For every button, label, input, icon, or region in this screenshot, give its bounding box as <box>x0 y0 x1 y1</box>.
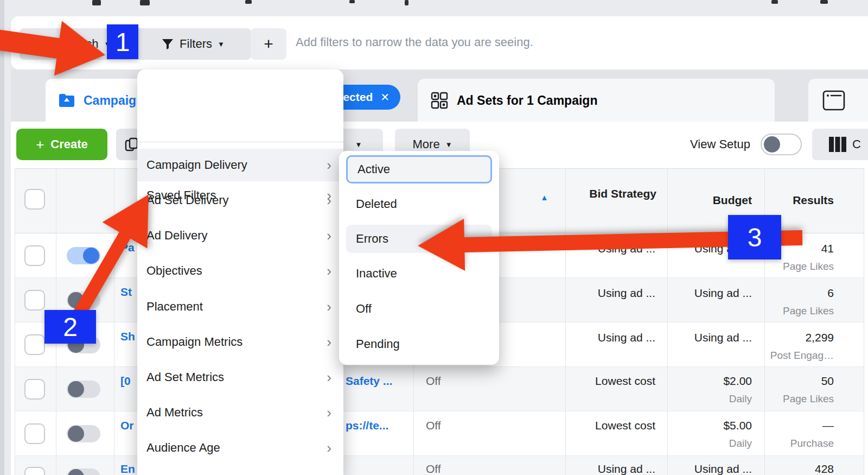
bid-strategy-cell: Using ad ... <box>565 463 655 475</box>
window-edge <box>0 0 4 475</box>
row-toggle[interactable] <box>67 425 100 442</box>
results-sub: Page Likes <box>748 393 834 405</box>
budget-cell: Using ad ... <box>667 287 752 300</box>
menu-item-ad-set-delivery[interactable]: Ad Set Delivery › <box>137 184 343 217</box>
select-all-checkbox[interactable] <box>24 189 45 210</box>
header-results[interactable]: Results <box>764 193 834 207</box>
grid-line <box>114 168 114 475</box>
menu-item-objectives[interactable]: Objectives › <box>137 255 343 287</box>
view-setup-toggle[interactable] <box>761 134 802 155</box>
adset-name-link[interactable]: [0 <box>120 375 131 388</box>
menu-item-label: Ad Delivery <box>146 229 327 243</box>
chevron-down-icon: ▼ <box>445 141 452 149</box>
filters-label: Filters <box>180 37 212 51</box>
chevron-right-icon: › <box>327 440 331 457</box>
row-checkbox[interactable] <box>24 245 45 266</box>
results-cell: — <box>764 419 834 432</box>
results-cell: 2,299 <box>764 331 834 344</box>
view-setup-label: View Setup <box>690 137 750 151</box>
submenu-item-inactive[interactable]: Inactive <box>346 259 492 288</box>
campaigns-folder-icon <box>59 93 75 107</box>
ads-panel-icon <box>821 88 846 113</box>
row-toggle[interactable] <box>67 247 100 264</box>
adset-name-link-end[interactable]: Safety ... <box>346 375 392 388</box>
adset-name-link[interactable]: Sh <box>120 330 135 343</box>
submenu-item-label: Errors <box>356 232 388 246</box>
menu-item-ad-set-metrics[interactable]: Ad Set Metrics › <box>137 361 343 394</box>
submenu-item-off[interactable]: Off <box>346 295 492 323</box>
grid-line <box>15 168 15 475</box>
adset-name-link[interactable]: Or <box>120 419 134 432</box>
toggle-knob <box>764 136 780 153</box>
chevron-right-icon: › <box>327 227 331 244</box>
row-toggle[interactable] <box>67 381 100 398</box>
chevron-down-icon: ▼ <box>218 40 225 48</box>
menu-item-label: Ad Set Metrics <box>146 370 327 384</box>
chevron-right-icon: › <box>327 369 331 386</box>
columns-button-fragment[interactable]: C <box>812 129 868 160</box>
filter-placeholder-text: Add filters to narrow the data you are s… <box>296 35 533 49</box>
cropped-title-fragment <box>140 0 150 5</box>
menu-item-ad-delivery[interactable]: Ad Delivery › <box>137 219 343 252</box>
submenu-item-active[interactable]: Active <box>346 155 492 183</box>
adset-name-link[interactable]: St <box>120 286 132 299</box>
search-label: Search <box>61 37 99 51</box>
cropped-title-fragment <box>771 0 778 4</box>
budget-sub: Daily <box>667 438 752 449</box>
row-checkbox[interactable] <box>24 334 45 355</box>
submenu-item-pending[interactable]: Pending <box>346 330 492 358</box>
results-cell: 428 <box>764 463 834 475</box>
row-checkbox[interactable] <box>24 423 45 444</box>
row-toggle[interactable] <box>67 468 100 475</box>
submenu-item-errors[interactable]: Errors <box>346 225 492 253</box>
budget-cell: $2.00 <box>667 375 752 388</box>
columns-icon <box>828 136 847 153</box>
ads-manager-screen: Search ▼ Filters ▼ + Add filters to narr… <box>0 0 868 475</box>
columns-label: C <box>852 137 861 151</box>
step-badge-3: 3 <box>728 215 781 259</box>
budget-cell: Using ad ... <box>667 463 752 475</box>
menu-item-audience-age[interactable]: Audience Age › <box>137 432 343 464</box>
menu-item-campaign-delivery[interactable]: Campaign Delivery › <box>137 149 343 181</box>
close-icon[interactable]: ✕ <box>380 91 390 104</box>
adset-name-link[interactable]: En <box>120 463 135 475</box>
header-budget[interactable]: Budget <box>667 193 752 207</box>
plus-icon: + <box>36 136 44 153</box>
header-bid-strategy[interactable]: Bid Strategy <box>565 187 656 201</box>
plus-icon: + <box>264 35 273 53</box>
search-icon <box>42 37 55 50</box>
funnel-icon <box>161 37 174 50</box>
tab-ad-sets-label: Ad Sets for 1 Campaign <box>457 93 597 108</box>
tab-ad-sets[interactable]: Ad Sets for 1 Campaign <box>418 79 775 122</box>
menu-item-campaign-metrics[interactable]: Campaign Metrics › <box>137 326 343 358</box>
submenu-item-label: Pending <box>356 337 400 351</box>
create-button[interactable]: + Create <box>16 129 107 160</box>
step-badge-2: 2 <box>44 310 96 344</box>
submenu-item-label: Active <box>358 162 390 176</box>
menu-item-label: Ad Metrics <box>146 406 327 420</box>
row-checkbox[interactable] <box>24 379 45 400</box>
bid-strategy-cell: Lowest cost <box>565 375 655 388</box>
menu-item-placement[interactable]: Placement › <box>137 290 343 323</box>
sort-asc-icon[interactable]: ▲ <box>540 193 548 202</box>
filters-button[interactable]: Filters ▼ <box>135 28 251 60</box>
cropped-title-fragment <box>92 0 101 5</box>
row-checkbox[interactable] <box>24 467 45 475</box>
bid-strategy-cell: Lowest cost <box>565 419 655 432</box>
add-filter-button[interactable]: + <box>251 28 286 60</box>
adset-name-link[interactable]: Pa <box>120 241 135 254</box>
budget-cell: Using ad ... <box>667 331 752 344</box>
badge-number: 2 <box>63 312 78 342</box>
bid-strategy-cell: Using ad ... <box>565 242 655 255</box>
menu-item-ad-metrics[interactable]: Ad Metrics › <box>137 396 343 429</box>
results-sub: Page Likes <box>748 305 834 317</box>
adset-name-link-end[interactable]: ps://te... <box>346 419 388 432</box>
submenu-item-deleted[interactable]: Deleted <box>346 190 492 218</box>
chevron-right-icon: › <box>327 192 331 209</box>
row-checkbox[interactable] <box>24 290 45 311</box>
chevron-down-icon: ▼ <box>355 141 362 149</box>
delivery-cell: Off <box>426 463 441 475</box>
tab-ads-fragment[interactable] <box>808 79 868 122</box>
row-toggle[interactable] <box>67 292 100 309</box>
badge-number: 1 <box>116 27 130 57</box>
